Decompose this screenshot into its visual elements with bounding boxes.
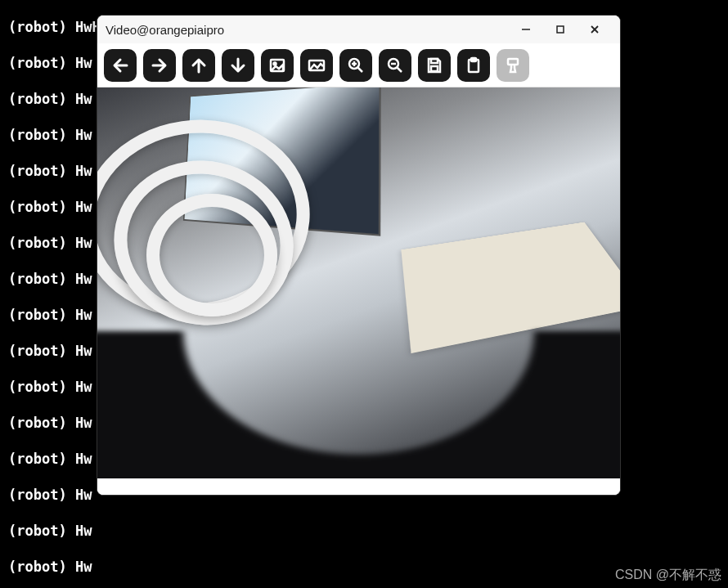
nav-down-button[interactable]: [222, 49, 254, 82]
nav-forward-button[interactable]: [143, 49, 176, 82]
clipboard-icon: [464, 56, 483, 75]
arrow-up-icon: [189, 56, 209, 75]
brush-icon: [503, 56, 523, 75]
svg-line-16: [398, 67, 402, 72]
floppy-disk-icon: [425, 56, 444, 75]
maximize-button[interactable]: [543, 16, 577, 43]
video-viewport: [97, 88, 620, 478]
arrow-left-icon: [110, 56, 130, 75]
svg-rect-22: [508, 59, 518, 65]
window-titlebar[interactable]: Video@orangepiaipro: [97, 16, 620, 43]
nav-up-button[interactable]: [182, 49, 215, 82]
toolbar: [97, 43, 620, 88]
maximize-icon: [555, 24, 566, 35]
arrow-right-icon: [150, 56, 169, 75]
clipboard-button[interactable]: [457, 49, 490, 82]
image-button[interactable]: [261, 49, 294, 82]
watermark-text: CSDN @不解不惑: [615, 567, 721, 584]
zoom-out-button[interactable]: [379, 49, 411, 82]
nav-back-button[interactable]: [104, 49, 137, 82]
video-window: Video@orangepiaipro: [97, 15, 621, 496]
arrow-down-icon: [228, 56, 248, 75]
minimize-button[interactable]: [509, 16, 543, 43]
close-button[interactable]: [577, 16, 612, 43]
camera-content: [97, 331, 620, 478]
zoom-out-icon: [385, 56, 405, 75]
status-bar: [97, 478, 620, 495]
brush-button[interactable]: [497, 49, 529, 82]
svg-rect-19: [431, 66, 438, 71]
svg-rect-18: [431, 59, 438, 63]
image-icon: [267, 56, 287, 75]
window-title: Video@orangepiaipro: [106, 23, 224, 37]
svg-line-12: [358, 67, 363, 72]
zoom-in-button[interactable]: [339, 49, 372, 82]
image-landscape-button[interactable]: [300, 49, 333, 82]
image-landscape-icon: [307, 56, 326, 75]
svg-rect-1: [557, 26, 564, 33]
save-button[interactable]: [418, 49, 451, 82]
terminal-line: (robot) Hw: [8, 522, 728, 540]
minimize-icon: [520, 24, 532, 35]
zoom-in-icon: [346, 56, 366, 75]
svg-point-9: [274, 62, 276, 65]
close-icon: [589, 24, 600, 35]
